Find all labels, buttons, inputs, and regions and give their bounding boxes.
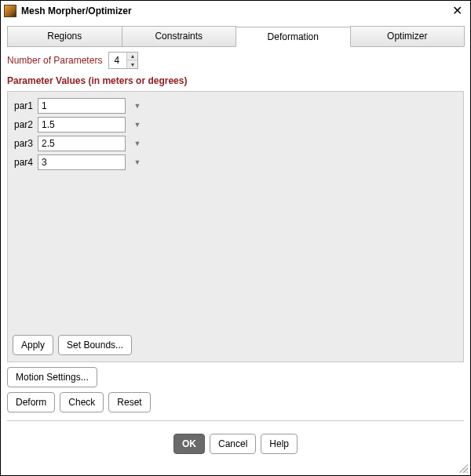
param-input-par1[interactable] [38, 98, 126, 114]
chevron-down-icon[interactable]: ▼ [132, 118, 143, 132]
reset-button[interactable]: Reset [108, 392, 150, 412]
close-icon[interactable]: ✕ [449, 3, 466, 19]
tab-regions[interactable]: Regions [7, 26, 122, 46]
help-button[interactable]: Help [261, 434, 298, 454]
section-title: Parameter Values (in meters or degrees) [7, 75, 464, 86]
action-button-row: Deform Check Reset [7, 392, 464, 412]
param-input-par4[interactable] [38, 154, 126, 170]
motion-settings-row: Motion Settings... [7, 367, 464, 387]
num-params-spinner[interactable]: ▲ ▼ [108, 52, 138, 69]
num-params-input[interactable] [109, 53, 126, 68]
parameter-rows: par1 ▼ par2 ▼ par3 ▼ par4 ▼ [13, 98, 458, 173]
tab-bar: Regions Constraints Deformation Optimize… [7, 26, 464, 47]
param-row: par1 ▼ [13, 98, 458, 114]
spinner-down-icon[interactable]: ▼ [127, 60, 137, 68]
footer-button-row: OK Cancel Help [7, 429, 464, 456]
spinner-buttons: ▲ ▼ [126, 53, 137, 68]
param-row: par2 ▼ [13, 117, 458, 133]
tab-optimizer[interactable]: Optimizer [350, 26, 466, 46]
chevron-down-icon[interactable]: ▼ [132, 155, 143, 169]
tab-deformation[interactable]: Deformation [236, 27, 351, 47]
param-label: par1 [13, 100, 36, 111]
ok-button[interactable]: OK [173, 434, 205, 454]
panel-spacer [13, 173, 458, 332]
chevron-down-icon[interactable]: ▼ [132, 136, 143, 151]
dialog-content: Regions Constraints Deformation Optimize… [1, 21, 470, 475]
num-params-label: Number of Parameters [7, 55, 102, 66]
dialog-window: Mesh Morpher/Optimizer ✕ Regions Constra… [0, 0, 471, 476]
parameter-values-panel: par1 ▼ par2 ▼ par3 ▼ par4 ▼ [7, 91, 464, 362]
titlebar: Mesh Morpher/Optimizer ✕ [1, 1, 470, 21]
param-label: par3 [13, 138, 36, 149]
cancel-button[interactable]: Cancel [210, 434, 256, 454]
chevron-down-icon[interactable]: ▼ [132, 99, 143, 113]
param-row: par3 ▼ [13, 136, 458, 151]
num-params-row: Number of Parameters ▲ ▼ [7, 52, 464, 69]
spinner-up-icon[interactable]: ▲ [127, 53, 137, 60]
window-title: Mesh Morpher/Optimizer [21, 5, 449, 16]
param-input-par2[interactable] [38, 117, 126, 133]
param-row: par4 ▼ [13, 154, 458, 170]
param-label: par2 [13, 119, 36, 130]
app-icon [4, 5, 16, 17]
set-bounds-button[interactable]: Set Bounds... [58, 335, 132, 355]
separator [7, 420, 464, 421]
tab-constraints[interactable]: Constraints [122, 26, 237, 46]
resize-grip-icon[interactable] [458, 463, 468, 473]
motion-settings-button[interactable]: Motion Settings... [7, 367, 97, 387]
panel-button-row: Apply Set Bounds... [13, 332, 458, 355]
check-button[interactable]: Check [60, 392, 104, 412]
param-label: par4 [13, 157, 36, 168]
param-input-par3[interactable] [38, 136, 126, 151]
apply-button[interactable]: Apply [13, 335, 53, 355]
deform-button[interactable]: Deform [7, 392, 55, 412]
